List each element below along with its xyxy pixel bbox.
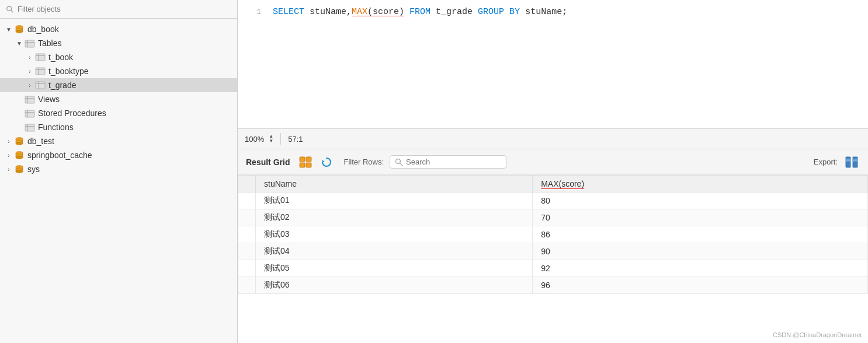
svg-rect-50: [306, 163, 311, 167]
sidebar-item-t_booktype[interactable]: › t_booktype: [0, 64, 237, 78]
svg-rect-55: [853, 157, 857, 167]
svg-rect-25: [27, 110, 28, 117]
table-row[interactable]: 测试02 70: [238, 209, 868, 226]
code-text: stuName;: [520, 7, 567, 17]
result-grid-label: Result Grid: [246, 158, 290, 167]
search-box: [390, 155, 506, 169]
editor-area[interactable]: 1 SELECT stuName,MAX(score) FROM t_grade…: [238, 0, 868, 128]
chevron-right-icon: ›: [5, 151, 13, 159]
svg-marker-51: [322, 160, 325, 162]
sidebar-item-label: Stored Procedures: [38, 108, 106, 118]
svg-rect-56: [846, 159, 850, 160]
table-row[interactable]: 测试06 96: [238, 277, 868, 294]
zoom-level: 100%: [245, 135, 264, 144]
status-bar: 100% ▲ ▼ 57:1: [238, 128, 868, 149]
refresh-icon: [320, 156, 333, 168]
chevron-down-icon: ▼: [15, 39, 23, 47]
zoom-down-arrow[interactable]: ▼: [269, 139, 273, 144]
col-header-maxscore[interactable]: MAX(score): [533, 176, 868, 192]
chevron-right-icon: ›: [5, 165, 13, 173]
result-table: stuName MAX(score) 测试01 80 测试02 70 测试03 …: [238, 175, 868, 294]
svg-rect-14: [36, 68, 45, 75]
sidebar-item-db_test[interactable]: › db_test: [0, 134, 237, 148]
status-divider: [280, 133, 281, 145]
row-checkbox[interactable]: [238, 192, 256, 209]
code-text: t_grade: [430, 7, 478, 17]
table-row[interactable]: 测试05 92: [238, 260, 868, 277]
svg-line-1: [11, 10, 13, 12]
chevron-right-icon: ›: [26, 53, 34, 61]
filter-bar: [0, 0, 237, 19]
chevron-right-icon: ›: [26, 67, 34, 75]
export-icon: [845, 156, 859, 169]
sidebar-item-stored-procedures[interactable]: Stored Procedures: [0, 106, 237, 120]
cell-score: 70: [533, 209, 868, 226]
sidebar-item-db_book[interactable]: ▼ db_book: [0, 22, 237, 36]
cell-stuname: 测试04: [256, 243, 533, 260]
chevron-down-icon: ▼: [5, 25, 13, 33]
sidebar-item-label: db_book: [27, 24, 59, 34]
sidebar-item-t_book[interactable]: › t_book: [0, 50, 237, 64]
table-header-row: stuName MAX(score): [238, 176, 868, 192]
svg-rect-27: [25, 126, 34, 127]
search-icon: [6, 5, 14, 13]
filter-rows-label: Filter Rows:: [343, 158, 384, 166]
zoom-arrows[interactable]: ▲ ▼: [269, 134, 273, 144]
svg-rect-8: [25, 40, 34, 47]
keyword-from: FROM: [404, 7, 430, 17]
code-line-1: 1 SELECT stuName,MAX(score) FROM t_grade…: [238, 6, 868, 18]
cell-stuname: 测试05: [256, 260, 533, 277]
sidebar-item-label: t_grade: [48, 80, 76, 90]
sidebar-item-views[interactable]: Views: [0, 92, 237, 106]
sidebar-item-functions[interactable]: Functions: [0, 120, 237, 134]
table-icon: [35, 52, 46, 62]
code-text: stuName,: [304, 7, 352, 17]
row-checkbox[interactable]: [238, 243, 256, 260]
table-row[interactable]: 测试01 80: [238, 192, 868, 209]
table-row[interactable]: 测试03 86: [238, 226, 868, 243]
sidebar-item-springboot_cache[interactable]: › springboot_cache: [0, 148, 237, 162]
search-icon: [395, 158, 403, 166]
result-table-wrap[interactable]: stuName MAX(score) 测试01 80 测试02 70 测试03 …: [238, 175, 868, 343]
sidebar-item-t_grade[interactable]: › t_grade: [0, 78, 237, 92]
svg-rect-20: [25, 96, 34, 103]
database-icon: [14, 136, 25, 146]
col-header-stuname[interactable]: stuName: [256, 176, 533, 192]
table-row[interactable]: 测试04 90: [238, 243, 868, 260]
sidebar-item-label: springboot_cache: [27, 150, 92, 160]
keyword-by: BY: [504, 7, 520, 17]
cell-score: 80: [533, 192, 868, 209]
svg-rect-57: [846, 160, 850, 162]
refresh-button[interactable]: [319, 155, 334, 169]
export-button[interactable]: [843, 155, 860, 170]
cell-stuname: 测试01: [256, 192, 533, 209]
svg-rect-21: [25, 98, 34, 99]
svg-rect-22: [27, 96, 28, 103]
sidebar-item-tables[interactable]: ▼ Tables: [0, 36, 237, 50]
row-checkbox[interactable]: [238, 260, 256, 277]
search-input[interactable]: [406, 158, 501, 166]
sidebar-item-sys[interactable]: › sys: [0, 162, 237, 176]
svg-rect-12: [36, 55, 45, 56]
grid-toggle-button[interactable]: [298, 155, 313, 169]
sidebar-item-label: t_booktype: [48, 66, 89, 76]
views-icon: [25, 94, 35, 104]
chevron-right-icon: ›: [26, 81, 34, 89]
svg-rect-19: [38, 82, 39, 89]
col-header-maxscore-text: MAX(score): [541, 179, 584, 188]
row-checkbox[interactable]: [238, 209, 256, 226]
database-icon: [14, 24, 25, 34]
row-checkbox[interactable]: [238, 277, 256, 294]
svg-rect-54: [846, 157, 850, 167]
table-icon: [35, 66, 46, 76]
svg-rect-47: [300, 157, 305, 162]
stored-procedures-icon: [25, 108, 35, 118]
sidebar-item-label: Views: [38, 94, 60, 104]
export-label: Export:: [814, 158, 838, 166]
row-checkbox[interactable]: [238, 226, 256, 243]
sidebar-item-label: db_test: [27, 136, 54, 146]
table-icon: [35, 80, 46, 90]
svg-rect-9: [25, 42, 34, 43]
cell-stuname: 测试03: [256, 226, 533, 243]
filter-input[interactable]: [18, 5, 231, 13]
